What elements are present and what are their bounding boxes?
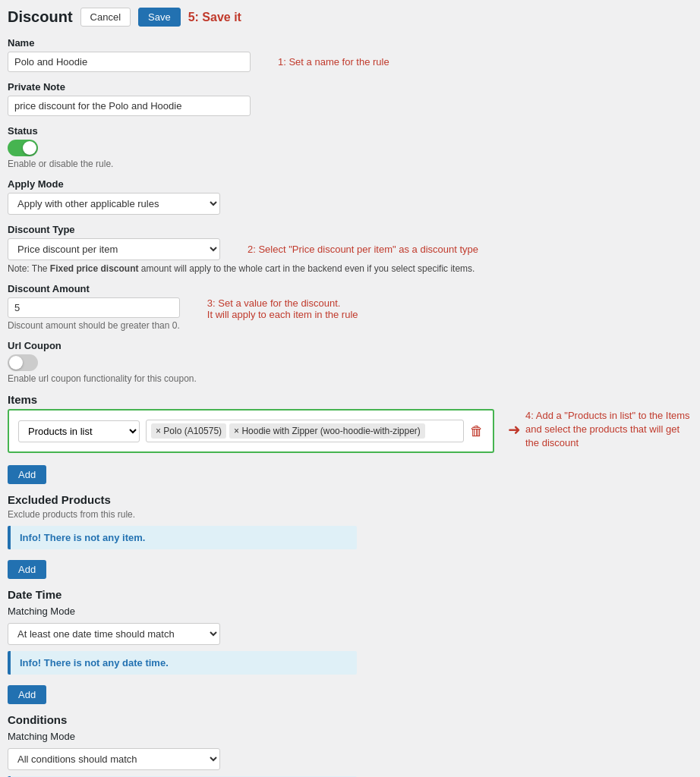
discount-type-step-annotation: 2: Select "Price discount per item" as a… [248,244,478,255]
discount-amount-group: Discount Amount Discount amount should b… [8,283,692,331]
conditions-matching-label: Matching Mode [8,731,692,742]
tag-polo-label: × Polo (A10575) [156,426,222,436]
name-step-annotation: 1: Set a name for the rule [278,56,389,68]
items-type-select[interactable]: Products in list All products Categories… [18,420,140,442]
apply-mode-label: Apply Mode [8,178,692,190]
date-time-add-button[interactable]: Add [8,685,46,704]
note-bold: Fixed price discount [50,263,139,274]
excluded-info-prefix: Info! [20,532,44,543]
date-time-info-text: There is not any date time. [44,657,169,668]
items-section-title: Items [8,393,692,406]
save-button[interactable]: Save [138,8,181,27]
discount-type-group: Discount Type Price discount per item Pe… [8,224,692,274]
discount-type-label: Discount Type [8,224,692,235]
status-group: Status Enable or disable the rule. [8,125,692,169]
status-toggle[interactable] [8,140,38,156]
url-coupon-label: Url Coupon [8,340,692,351]
date-time-matching-select[interactable]: At least one date time should match All … [8,623,220,645]
excluded-add-button[interactable]: Add [8,560,46,579]
discount-type-select[interactable]: Price discount per item Percentage disco… [8,238,220,260]
discount-type-note: Note: The Fixed price discount amount wi… [8,263,692,274]
status-label: Status [8,125,692,137]
items-row: Products in list All products Categories… [18,420,484,442]
url-coupon-toggle[interactable] [8,354,38,371]
url-coupon-helper: Enable url coupon functionality for this… [8,373,692,384]
note-suffix: amount will apply to the whole cart in t… [139,263,475,274]
arrow-icon: ➜ [508,420,521,439]
private-note-input[interactable] [8,96,251,116]
note-prefix: Note: The [8,263,50,274]
date-time-info-box: Info! There is not any date time. [8,651,357,675]
excluded-products-helper: Exclude products from this rule. [8,509,692,520]
delete-item-icon[interactable]: 🗑 [470,423,484,439]
conditions-section: Conditions Matching Mode All conditions … [8,713,692,777]
private-note-group: Private Note [8,81,692,116]
items-tags-area[interactable]: × Polo (A10575) × Hoodie with Zipper (wo… [146,420,464,442]
url-coupon-toggle-wrap [8,354,692,371]
conditions-title: Conditions [8,713,692,726]
items-section: Items Products in list All products Cate… [8,393,692,484]
excluded-info-box: Info! There is not any item. [8,526,357,549]
step5-label: 5: Save it [188,11,241,24]
private-note-label: Private Note [8,81,692,93]
discount-amount-wrap: Discount amount should be greater than 0… [8,297,180,331]
page-title: Discount [8,8,73,26]
apply-mode-select[interactable]: Apply with other applicable rules Apply … [8,193,220,215]
name-label: Name [8,37,692,49]
status-toggle-wrap [8,140,692,156]
conditions-matching-select[interactable]: All conditions should match At least one… [8,748,220,770]
status-helper: Enable or disable the rule. [8,159,692,169]
items-add-button[interactable]: Add [8,465,46,484]
excluded-info-text: There is not any item. [44,532,146,543]
apply-mode-group: Apply Mode Apply with other applicable r… [8,178,692,215]
url-coupon-group: Url Coupon Enable url coupon functionali… [8,340,692,384]
discount-amount-input[interactable] [8,297,180,318]
name-group: Name 1: Set a name for the rule [8,37,692,72]
discount-amount-label: Discount Amount [8,283,692,294]
cancel-button[interactable]: Cancel [80,8,131,27]
discount-amount-step-annotation: 3: Set a value for the discount. It will… [207,297,358,320]
excluded-products-title: Excluded Products [8,493,692,506]
tag-polo[interactable]: × Polo (A10575) [151,423,226,439]
date-time-title: Date Time [8,588,692,601]
tag-hoodie[interactable]: × Hoodie with Zipper (woo-hoodie-with-zi… [229,423,425,439]
items-container: Products in list All products Categories… [8,409,494,453]
discount-amount-helper: Discount amount should be greater than 0… [8,320,180,331]
items-step-annotation: 4: Add a "Products in list" to the Items… [525,409,692,451]
name-input[interactable] [8,52,251,72]
header-bar: Discount Cancel Save 5: Save it [8,8,692,27]
date-time-matching-label: Matching Mode [8,606,692,617]
items-step-annotation-wrap: ➜ 4: Add a "Products in list" to the Ite… [508,409,692,451]
date-time-info-prefix: Info! [20,657,44,668]
tag-hoodie-label: × Hoodie with Zipper (woo-hoodie-with-zi… [234,426,421,436]
excluded-products-section: Excluded Products Exclude products from … [8,493,692,579]
date-time-section: Date Time Matching Mode At least one dat… [8,588,692,704]
